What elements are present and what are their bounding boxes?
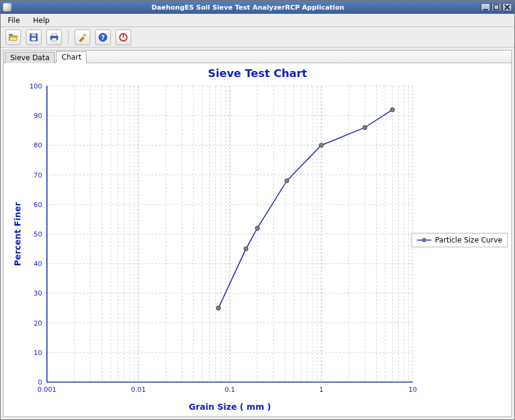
titlebar: DaehongES Soil Sieve Test AnalyzerRCP Ap…: [1, 1, 514, 14]
svg-text:0.001: 0.001: [37, 386, 57, 394]
toolbar-separator: [68, 30, 69, 45]
maximize-icon: [492, 3, 501, 11]
open-button[interactable]: [5, 29, 21, 45]
exit-button[interactable]: [116, 29, 131, 45]
svg-text:0: 0: [38, 378, 42, 386]
svg-rect-6: [31, 37, 36, 40]
menu-file[interactable]: File: [4, 15, 23, 26]
help-icon: ?: [97, 32, 108, 43]
close-icon: [503, 3, 511, 11]
legend-label: Particle Size Curve: [435, 236, 502, 244]
chart-title: Sieve Test Chart: [4, 63, 511, 79]
tools-icon: [77, 32, 88, 43]
svg-rect-5: [31, 34, 36, 37]
svg-text:80: 80: [34, 141, 42, 149]
svg-text:20: 20: [34, 320, 42, 327]
menu-help[interactable]: Help: [29, 15, 53, 26]
power-icon: [118, 32, 129, 43]
folder-open-icon: [8, 32, 19, 43]
legend-swatch: [417, 237, 431, 243]
svg-rect-9: [52, 38, 57, 41]
window-title: DaehongES Soil Sieve Test AnalyzerRCP Ap…: [15, 4, 481, 11]
svg-text:0.1: 0.1: [224, 386, 235, 394]
svg-text:0.01: 0.01: [131, 386, 146, 394]
svg-text:Grain Size ( mm ): Grain Size ( mm ): [189, 402, 271, 412]
help-button[interactable]: ?: [95, 29, 111, 45]
printer-icon: [49, 32, 60, 43]
svg-text:50: 50: [34, 230, 42, 238]
chart-area: Sieve Test Chart 0.0010.010.111001020304…: [3, 63, 512, 417]
svg-text:40: 40: [34, 260, 42, 268]
tab-strip: Sieve Data Chart: [3, 50, 512, 63]
svg-rect-8: [52, 34, 57, 36]
svg-point-95: [422, 238, 426, 242]
floppy-disk-icon: [28, 32, 39, 43]
save-button[interactable]: [26, 29, 42, 45]
svg-text:60: 60: [34, 201, 42, 209]
chart-plot: 0.0010.010.11100102030405060708090100Gra…: [10, 81, 419, 418]
svg-text:Percent Finer: Percent Finer: [13, 202, 22, 267]
svg-text:30: 30: [34, 289, 42, 297]
app-icon: [3, 3, 11, 11]
app-window: DaehongES Soil Sieve Test AnalyzerRCP Ap…: [0, 0, 515, 420]
svg-text:?: ?: [101, 33, 105, 40]
svg-text:10: 10: [34, 349, 42, 357]
content-frame: Sieve Data Chart Sieve Test Chart 0.0010…: [1, 48, 514, 419]
svg-text:90: 90: [34, 112, 42, 120]
svg-point-93: [390, 108, 395, 112]
svg-text:10: 10: [409, 386, 417, 394]
window-controls: [481, 3, 512, 11]
svg-point-92: [363, 125, 367, 129]
svg-text:100: 100: [29, 82, 42, 90]
maximize-button[interactable]: [492, 3, 501, 11]
toolbar: ?: [1, 27, 514, 48]
tab-sieve-data[interactable]: Sieve Data: [5, 52, 55, 63]
minimize-icon: [481, 3, 490, 11]
svg-point-89: [255, 226, 259, 230]
svg-text:70: 70: [34, 171, 42, 179]
chart-legend: Particle Size Curve: [412, 233, 508, 247]
menubar: File Help: [1, 14, 514, 27]
tools-button[interactable]: [75, 29, 90, 45]
svg-point-88: [244, 247, 248, 251]
print-button[interactable]: [46, 29, 62, 45]
svg-point-90: [285, 179, 289, 183]
tab-chart[interactable]: Chart: [56, 51, 87, 63]
svg-point-87: [217, 306, 221, 310]
svg-point-91: [319, 143, 324, 147]
svg-rect-1: [494, 5, 499, 10]
minimize-button[interactable]: [481, 3, 490, 11]
close-button[interactable]: [502, 3, 512, 11]
svg-text:1: 1: [319, 386, 324, 394]
